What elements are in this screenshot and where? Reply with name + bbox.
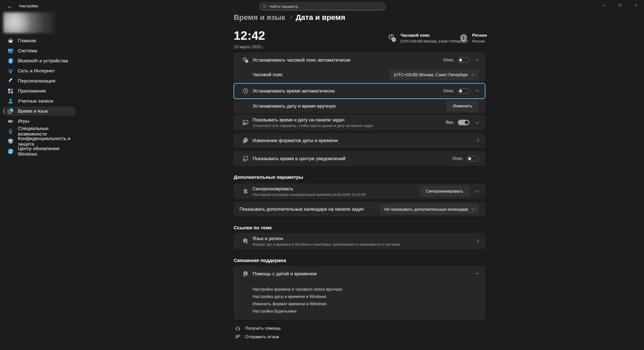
toggle-state-label: Вкл. — [446, 120, 454, 125]
get-help-link[interactable]: Получить помощь — [235, 325, 281, 331]
extra-calendars-row: Показывать дополнительные календари на п… — [234, 202, 485, 216]
sidebar-item-accessibility[interactable]: Специальные возможности — [3, 127, 75, 136]
bluetooth-icon — [7, 58, 14, 64]
chevron-down-icon[interactable] — [475, 120, 479, 124]
timezone-auto-card: Устанавливать часовой пояс автоматически… — [234, 53, 485, 82]
svg-text:A: A — [246, 241, 248, 244]
sidebar-item-accounts[interactable]: Учетные записи — [3, 97, 75, 106]
setting-label: Показывать дополнительные календари на п… — [239, 206, 380, 212]
sidebar-item-apps[interactable]: Приложения — [3, 86, 75, 96]
region-widget-value: Россия — [472, 39, 487, 43]
region-widget-label: Регион — [472, 33, 487, 38]
globe-clock-icon — [242, 137, 249, 144]
formats-card[interactable]: Изменение форматов даты и времени — [234, 133, 485, 148]
chevron-up-icon[interactable] — [475, 59, 479, 62]
back-button[interactable]: ← — [5, 2, 15, 11]
user-profile-blurred[interactable] — [3, 12, 56, 33]
minimize-button[interactable] — [596, 0, 612, 11]
timezone-auto-icon — [242, 57, 249, 63]
language-region-card[interactable]: A Язык и регион Формат дат и времени в W… — [234, 233, 485, 249]
help-link[interactable]: Изменить формат времени в Windows — [253, 300, 485, 308]
sidebar-item-label: Главная — [18, 38, 36, 43]
help-link[interactable]: Настройка будильника — [253, 308, 485, 315]
taskbar-time-card[interactable]: Показывать время и дату на панели задач … — [234, 115, 485, 130]
update-icon — [7, 148, 14, 155]
change-datetime-button[interactable]: Изменить — [447, 101, 478, 111]
sidebar-item-label: Приложения — [18, 88, 46, 94]
help-links: Настройка времени и часового пояса вручн… — [234, 281, 485, 319]
sidebar-item-bluetooth[interactable]: Bluetooth и устройства — [3, 56, 75, 65]
chevron-up-icon[interactable] — [475, 273, 479, 276]
setting-title: Изменение форматов даты и времени — [253, 138, 476, 143]
toggle-state-label: Откл. — [453, 156, 463, 161]
help-card-header[interactable]: Q Помощь с датой и временем — [234, 266, 485, 281]
toggle-state-label: Откл. — [444, 58, 454, 63]
maximize-button[interactable] — [612, 0, 628, 11]
taskbar-clock-icon — [242, 119, 249, 126]
chevron-down-icon — [472, 207, 474, 210]
brush-icon — [7, 78, 14, 84]
close-button[interactable] — [628, 0, 644, 11]
shield-icon — [7, 138, 14, 145]
breadcrumb-separator-icon — [289, 16, 292, 19]
sidebar-item-label: Персонализация — [18, 78, 55, 84]
maximize-icon — [618, 3, 622, 7]
chevron-down-icon[interactable] — [475, 189, 479, 192]
setting-title: Устанавливать время автоматически — [253, 88, 444, 94]
sidebar-item-gaming[interactable]: Игры — [3, 117, 75, 126]
sidebar-item-label: Конфиденциальность и защита — [18, 136, 72, 147]
link-subtitle: Формат дат и времени в Windows и некотор… — [253, 242, 476, 246]
send-feedback-link[interactable]: Отправить отзыв — [235, 334, 279, 340]
help-link[interactable]: Настройка даты и времени в Windows — [253, 293, 485, 300]
setting-title: Показывать время в центре уведомлений — [253, 156, 453, 161]
feedback-icon — [235, 334, 241, 340]
sync-now-button[interactable]: Синхронизировать — [420, 186, 469, 197]
apps-icon — [7, 88, 14, 94]
sidebar-item-time-language[interactable]: Время и язык — [3, 107, 75, 116]
calendars-dropdown-value: Не показывать дополнительные календари — [384, 207, 468, 212]
sidebar-item-label: Игры — [18, 118, 29, 124]
settings-window: ← Настройки Г — [0, 0, 644, 350]
sync-clock-icon — [242, 188, 249, 195]
help-link[interactable]: Настройка времени и часового пояса вручн… — [253, 286, 485, 293]
system-icon — [7, 48, 14, 54]
breadcrumb-parent[interactable]: Время и язык — [234, 13, 285, 22]
sidebar-item-system[interactable]: Система — [3, 46, 75, 55]
set-timezone-auto-row[interactable]: Устанавливать часовой пояс автоматически… — [234, 53, 485, 67]
gamepad-icon — [7, 118, 14, 124]
sidebar-item-personalization[interactable]: Персонализация — [3, 76, 75, 85]
set-time-auto-row[interactable]: Устанавливать время автоматически Откл. — [234, 83, 485, 99]
notif-center-toggle[interactable] — [467, 156, 478, 161]
calendars-dropdown[interactable]: Не показывать дополнительные календари — [380, 204, 478, 214]
headset-icon — [235, 325, 241, 331]
get-help-label: Получить помощь — [245, 326, 281, 331]
send-feedback-label: Отправить отзыв — [245, 334, 279, 339]
language-globe-icon: A — [242, 238, 249, 244]
section-heading-links: Ссылки по теме — [234, 225, 485, 231]
timezone-dropdown-value: (UTC+03:00) Москва, Санкт-Петербург — [394, 72, 468, 77]
taskbar-time-toggle[interactable] — [458, 120, 469, 125]
sidebar-item-label: Сеть и Интернет — [18, 68, 55, 74]
last-sync-text: Последняя успешная синхронизация времени… — [253, 193, 420, 197]
section-heading-additional: Дополнительные параметры — [234, 174, 485, 180]
page-title: Дата и время — [296, 13, 345, 22]
region-globe-icon — [459, 33, 468, 42]
sidebar-item-home[interactable]: Главная — [3, 36, 75, 45]
chevron-up-icon[interactable] — [475, 90, 479, 93]
time-auto-toggle[interactable] — [458, 88, 469, 94]
chevron-down-icon — [472, 73, 474, 75]
sidebar-item-windows-update[interactable]: Центр обновления Windows — [3, 147, 75, 156]
timezone-select-row: Часовой пояс (UTC+03:00) Москва, Санкт-П… — [234, 67, 485, 82]
window-controls — [596, 0, 644, 11]
timezone-auto-toggle[interactable] — [458, 57, 469, 63]
svg-text:Q: Q — [243, 274, 245, 277]
timezone-dropdown[interactable]: (UTC+03:00) Москва, Санкт-Петербург — [390, 70, 478, 80]
timezone-globe-clock-icon — [388, 33, 397, 42]
sidebar-item-privacy[interactable]: Конфиденциальность и защита — [3, 137, 75, 146]
sidebar-item-network[interactable]: Сеть и Интернет — [3, 66, 75, 75]
chevron-right-icon — [475, 139, 479, 142]
setting-title: Синхронизировать — [253, 186, 420, 192]
setting-subtitle: Отключите этот параметр, чтобы скрыть вр… — [253, 124, 446, 128]
timezone-widget: Часовой пояс (UTC+03:00) Москва, Санкт-П… — [388, 33, 468, 43]
timezone-widget-value: (UTC+03:00) Москва, Санкт-Петербург — [400, 39, 468, 43]
